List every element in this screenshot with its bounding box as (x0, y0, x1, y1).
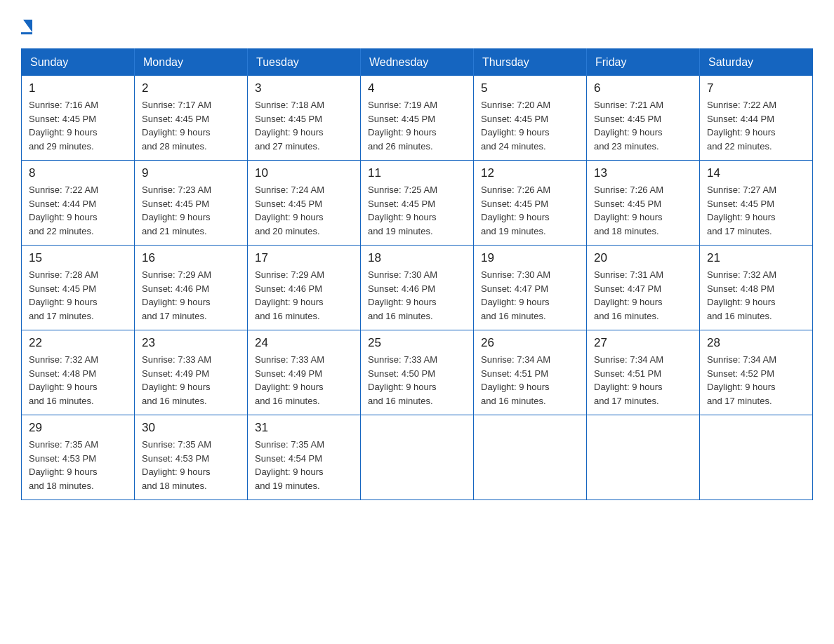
calendar-cell: 14 Sunrise: 7:27 AM Sunset: 4:45 PM Dayl… (700, 161, 813, 246)
calendar-cell (700, 415, 813, 500)
day-number: 14 (707, 166, 805, 180)
logo-divider (21, 32, 32, 34)
day-info: Sunrise: 7:35 AM Sunset: 4:54 PM Dayligh… (255, 438, 353, 492)
calendar-cell: 27 Sunrise: 7:34 AM Sunset: 4:51 PM Dayl… (587, 330, 700, 415)
calendar-cell: 10 Sunrise: 7:24 AM Sunset: 4:45 PM Dayl… (248, 161, 361, 246)
day-number: 17 (255, 251, 353, 265)
calendar-cell: 13 Sunrise: 7:26 AM Sunset: 4:45 PM Dayl… (587, 161, 700, 246)
day-info: Sunrise: 7:33 AM Sunset: 4:49 PM Dayligh… (142, 353, 240, 408)
day-number: 13 (594, 166, 692, 180)
calendar-week-3: 15 Sunrise: 7:28 AM Sunset: 4:45 PM Dayl… (22, 246, 813, 330)
day-info: Sunrise: 7:27 AM Sunset: 4:45 PM Dayligh… (707, 183, 805, 238)
day-info: Sunrise: 7:34 AM Sunset: 4:51 PM Dayligh… (594, 353, 692, 408)
calendar-cell: 31 Sunrise: 7:35 AM Sunset: 4:54 PM Dayl… (248, 415, 361, 500)
calendar-cell: 5 Sunrise: 7:20 AM Sunset: 4:45 PM Dayli… (474, 76, 587, 161)
day-info: Sunrise: 7:26 AM Sunset: 4:45 PM Dayligh… (594, 183, 692, 238)
day-info: Sunrise: 7:35 AM Sunset: 4:53 PM Dayligh… (29, 438, 127, 492)
weekday-header-thursday: Thursday (474, 49, 587, 76)
day-number: 8 (29, 166, 127, 180)
weekday-header-monday: Monday (135, 49, 248, 76)
calendar-cell: 16 Sunrise: 7:29 AM Sunset: 4:46 PM Dayl… (135, 246, 248, 330)
day-info: Sunrise: 7:32 AM Sunset: 4:48 PM Dayligh… (29, 353, 127, 408)
calendar-cell: 18 Sunrise: 7:30 AM Sunset: 4:46 PM Dayl… (361, 246, 474, 330)
day-info: Sunrise: 7:33 AM Sunset: 4:50 PM Dayligh… (368, 353, 466, 408)
calendar-cell: 25 Sunrise: 7:33 AM Sunset: 4:50 PM Dayl… (361, 330, 474, 415)
calendar-cell: 8 Sunrise: 7:22 AM Sunset: 4:44 PM Dayli… (22, 161, 135, 246)
calendar-cell: 29 Sunrise: 7:35 AM Sunset: 4:53 PM Dayl… (22, 415, 135, 500)
calendar-cell: 17 Sunrise: 7:29 AM Sunset: 4:46 PM Dayl… (248, 246, 361, 330)
calendar-cell: 22 Sunrise: 7:32 AM Sunset: 4:48 PM Dayl… (22, 330, 135, 415)
day-number: 24 (255, 336, 353, 350)
day-number: 10 (255, 166, 353, 180)
calendar-cell: 3 Sunrise: 7:18 AM Sunset: 4:45 PM Dayli… (248, 76, 361, 161)
calendar-cell: 21 Sunrise: 7:32 AM Sunset: 4:48 PM Dayl… (700, 246, 813, 330)
day-info: Sunrise: 7:31 AM Sunset: 4:47 PM Dayligh… (594, 268, 692, 323)
day-info: Sunrise: 7:22 AM Sunset: 4:44 PM Dayligh… (707, 98, 805, 153)
day-number: 25 (368, 336, 466, 350)
day-number: 15 (29, 251, 127, 265)
weekday-header-saturday: Saturday (700, 49, 813, 76)
weekday-header-sunday: Sunday (22, 49, 135, 76)
day-info: Sunrise: 7:17 AM Sunset: 4:45 PM Dayligh… (142, 98, 240, 153)
day-info: Sunrise: 7:20 AM Sunset: 4:45 PM Dayligh… (481, 98, 579, 153)
calendar-week-5: 29 Sunrise: 7:35 AM Sunset: 4:53 PM Dayl… (22, 415, 813, 500)
day-number: 26 (481, 336, 579, 350)
calendar-cell: 26 Sunrise: 7:34 AM Sunset: 4:51 PM Dayl… (474, 330, 587, 415)
day-number: 18 (368, 251, 466, 265)
day-number: 2 (142, 81, 240, 95)
day-number: 30 (142, 421, 240, 435)
day-number: 12 (481, 166, 579, 180)
day-info: Sunrise: 7:18 AM Sunset: 4:45 PM Dayligh… (255, 98, 353, 153)
calendar-cell: 1 Sunrise: 7:16 AM Sunset: 4:45 PM Dayli… (22, 76, 135, 161)
calendar-cell: 12 Sunrise: 7:26 AM Sunset: 4:45 PM Dayl… (474, 161, 587, 246)
calendar-cell: 24 Sunrise: 7:33 AM Sunset: 4:49 PM Dayl… (248, 330, 361, 415)
day-number: 19 (481, 251, 579, 265)
day-number: 3 (255, 81, 353, 95)
calendar-week-2: 8 Sunrise: 7:22 AM Sunset: 4:44 PM Dayli… (22, 161, 813, 246)
day-number: 9 (142, 166, 240, 180)
day-number: 5 (481, 81, 579, 95)
calendar-cell: 6 Sunrise: 7:21 AM Sunset: 4:45 PM Dayli… (587, 76, 700, 161)
calendar-cell (587, 415, 700, 500)
day-info: Sunrise: 7:28 AM Sunset: 4:45 PM Dayligh… (29, 268, 127, 323)
day-info: Sunrise: 7:21 AM Sunset: 4:45 PM Dayligh… (594, 98, 692, 153)
weekday-header-friday: Friday (587, 49, 700, 76)
day-info: Sunrise: 7:19 AM Sunset: 4:45 PM Dayligh… (368, 98, 466, 153)
day-number: 21 (707, 251, 805, 265)
calendar-cell: 23 Sunrise: 7:33 AM Sunset: 4:49 PM Dayl… (135, 330, 248, 415)
calendar-cell: 15 Sunrise: 7:28 AM Sunset: 4:45 PM Dayl… (22, 246, 135, 330)
calendar-cell: 28 Sunrise: 7:34 AM Sunset: 4:52 PM Dayl… (700, 330, 813, 415)
logo-arrow-icon (23, 20, 32, 32)
calendar-cell: 4 Sunrise: 7:19 AM Sunset: 4:45 PM Dayli… (361, 76, 474, 161)
day-info: Sunrise: 7:34 AM Sunset: 4:52 PM Dayligh… (707, 353, 805, 408)
calendar-cell (474, 415, 587, 500)
calendar-header-row: SundayMondayTuesdayWednesdayThursdayFrid… (22, 49, 813, 76)
calendar-week-4: 22 Sunrise: 7:32 AM Sunset: 4:48 PM Dayl… (22, 330, 813, 415)
calendar-week-1: 1 Sunrise: 7:16 AM Sunset: 4:45 PM Dayli… (22, 76, 813, 161)
calendar-cell: 2 Sunrise: 7:17 AM Sunset: 4:45 PM Dayli… (135, 76, 248, 161)
day-number: 31 (255, 421, 353, 435)
day-info: Sunrise: 7:23 AM Sunset: 4:45 PM Dayligh… (142, 183, 240, 238)
calendar-cell (361, 415, 474, 500)
calendar-cell: 30 Sunrise: 7:35 AM Sunset: 4:53 PM Dayl… (135, 415, 248, 500)
day-number: 29 (29, 421, 127, 435)
day-info: Sunrise: 7:16 AM Sunset: 4:45 PM Dayligh… (29, 98, 127, 153)
day-number: 16 (142, 251, 240, 265)
day-info: Sunrise: 7:26 AM Sunset: 4:45 PM Dayligh… (481, 183, 579, 238)
day-number: 6 (594, 81, 692, 95)
day-info: Sunrise: 7:30 AM Sunset: 4:46 PM Dayligh… (368, 268, 466, 323)
day-info: Sunrise: 7:25 AM Sunset: 4:45 PM Dayligh… (368, 183, 466, 238)
calendar-cell: 19 Sunrise: 7:30 AM Sunset: 4:47 PM Dayl… (474, 246, 587, 330)
page-header (21, 14, 813, 34)
day-info: Sunrise: 7:34 AM Sunset: 4:51 PM Dayligh… (481, 353, 579, 408)
day-number: 4 (368, 81, 466, 95)
day-number: 7 (707, 81, 805, 95)
calendar-table: SundayMondayTuesdayWednesdayThursdayFrid… (21, 48, 813, 500)
logo (21, 14, 32, 34)
day-number: 28 (707, 336, 805, 350)
day-info: Sunrise: 7:29 AM Sunset: 4:46 PM Dayligh… (142, 268, 240, 323)
day-number: 22 (29, 336, 127, 350)
calendar-cell: 20 Sunrise: 7:31 AM Sunset: 4:47 PM Dayl… (587, 246, 700, 330)
day-info: Sunrise: 7:35 AM Sunset: 4:53 PM Dayligh… (142, 438, 240, 492)
day-info: Sunrise: 7:32 AM Sunset: 4:48 PM Dayligh… (707, 268, 805, 323)
